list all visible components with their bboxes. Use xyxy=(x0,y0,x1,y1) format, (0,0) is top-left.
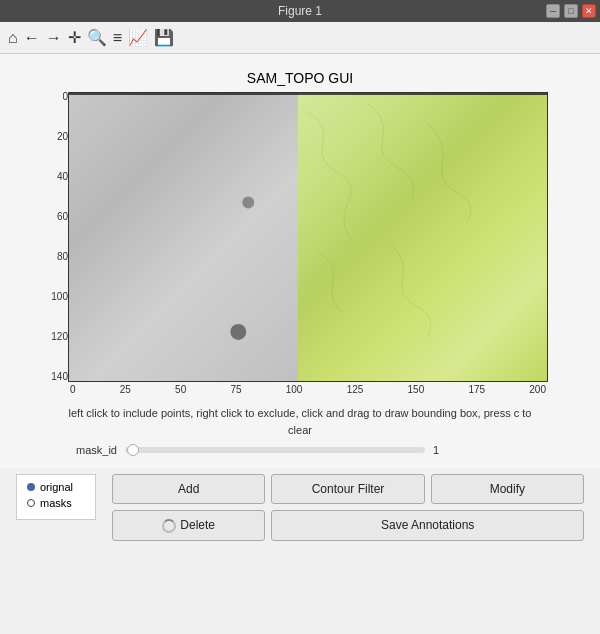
title-bar: Figure 1 ─ □ ✕ xyxy=(0,0,600,22)
svg-rect-2 xyxy=(69,93,547,95)
forward-icon[interactable]: → xyxy=(46,29,62,47)
page-title: SAM_TOPO GUI xyxy=(16,70,584,86)
move-icon[interactable]: ✛ xyxy=(68,28,81,47)
mask-slider-thumb xyxy=(127,444,139,456)
x-label-75: 75 xyxy=(230,384,241,395)
window-title: Figure 1 xyxy=(278,4,322,18)
x-label-50: 50 xyxy=(175,384,186,395)
delete-button[interactable]: Delete xyxy=(112,510,265,541)
chart-wrapper: 0 25 50 75 100 125 150 175 200 xyxy=(68,92,548,395)
mask-label: mask_id xyxy=(76,444,117,456)
y-axis: 0 20 40 60 80 100 120 140 xyxy=(40,92,68,382)
zoom-icon[interactable]: 🔍 xyxy=(87,28,107,47)
save-annotations-button[interactable]: Save Annotations xyxy=(271,510,584,541)
svg-point-1 xyxy=(242,197,254,209)
toolbar: ⌂ ← → ✛ 🔍 ≡ 📈 💾 xyxy=(0,22,600,54)
x-label-0: 0 xyxy=(70,384,76,395)
x-label-100: 100 xyxy=(286,384,303,395)
legend-dot-masks xyxy=(27,499,35,507)
close-button[interactable]: ✕ xyxy=(582,4,596,18)
modify-button[interactable]: Modify xyxy=(431,474,584,504)
x-label-25: 25 xyxy=(120,384,131,395)
y-label-60: 60 xyxy=(40,212,68,222)
x-label-125: 125 xyxy=(347,384,364,395)
y-label-120: 120 xyxy=(40,332,68,342)
bottom-section: orignal masks Add Contour Filter Modify … xyxy=(0,474,600,541)
chart-overlay-svg xyxy=(69,93,547,382)
minimize-button[interactable]: ─ xyxy=(546,4,560,18)
buttons-grid: Add Contour Filter Modify Delete Save An… xyxy=(112,474,584,541)
y-label-0: 0 xyxy=(40,92,68,102)
legend-item-masks: masks xyxy=(27,497,85,509)
legend-dot-original xyxy=(27,483,35,491)
x-label-150: 150 xyxy=(408,384,425,395)
y-label-140: 140 xyxy=(40,372,68,382)
chart-area: 0 20 40 60 80 100 120 140 xyxy=(40,92,560,395)
legend-box: orignal masks xyxy=(16,474,96,520)
chart-icon[interactable]: 📈 xyxy=(128,28,148,47)
mask-value: 1 xyxy=(433,444,439,456)
configure-icon[interactable]: ≡ xyxy=(113,29,122,47)
delete-spinner-icon xyxy=(162,519,176,533)
save-icon[interactable]: 💾 xyxy=(154,28,174,47)
y-label-80: 80 xyxy=(40,252,68,262)
maximize-button[interactable]: □ xyxy=(564,4,578,18)
y-label-40: 40 xyxy=(40,172,68,182)
svg-point-0 xyxy=(230,324,246,340)
window-controls: ─ □ ✕ xyxy=(546,4,596,18)
y-label-100: 100 xyxy=(40,292,68,302)
main-content: SAM_TOPO GUI 0 20 40 60 80 100 120 140 xyxy=(0,54,600,468)
legend-label-original: orignal xyxy=(40,481,73,493)
chart-canvas[interactable] xyxy=(68,92,548,382)
legend-item-original: orignal xyxy=(27,481,85,493)
home-icon[interactable]: ⌂ xyxy=(8,29,18,47)
x-label-200: 200 xyxy=(529,384,546,395)
x-label-175: 175 xyxy=(468,384,485,395)
back-icon[interactable]: ← xyxy=(24,29,40,47)
x-axis: 0 25 50 75 100 125 150 175 200 xyxy=(68,384,548,395)
y-label-20: 20 xyxy=(40,132,68,142)
contour-filter-button[interactable]: Contour Filter xyxy=(271,474,424,504)
legend-label-masks: masks xyxy=(40,497,72,509)
add-button[interactable]: Add xyxy=(112,474,265,504)
instructions: left click to include points, right clic… xyxy=(60,405,540,438)
mask-row: mask_id 1 xyxy=(76,444,584,456)
mask-slider[interactable] xyxy=(125,447,425,453)
